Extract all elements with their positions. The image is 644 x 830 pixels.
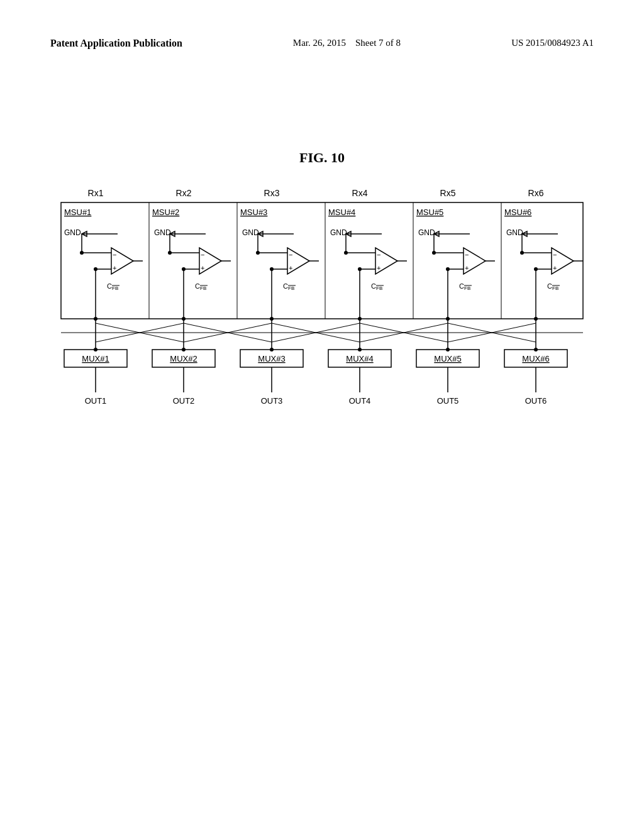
- header-date: Mar. 26, 2015: [293, 38, 346, 48]
- gnd4-label: GND: [330, 228, 347, 237]
- opamp5-dot: [432, 251, 436, 255]
- opamp4-minus: −: [377, 251, 380, 258]
- rx5-label: Rx5: [440, 188, 456, 198]
- gnd2-label: GND: [154, 228, 171, 237]
- cfb4-label: C: [371, 282, 376, 290]
- cfb4-sub: FB: [376, 285, 382, 291]
- out1-label: OUT1: [85, 396, 107, 406]
- rx2-label: Rx2: [176, 188, 192, 198]
- opamp1-plus: +: [113, 264, 116, 272]
- opamp6-minus: −: [553, 251, 557, 258]
- opamp3-minus: −: [289, 251, 292, 258]
- dot-c2-mux: [182, 348, 186, 351]
- dot-c2-top: [182, 317, 186, 321]
- mux6-label: MUX#6: [522, 354, 549, 363]
- opamp3-dot: [256, 251, 260, 255]
- opamp2-minus: −: [201, 251, 204, 258]
- rx6-label: Rx6: [528, 188, 544, 198]
- header-right: US 2015/0084923 A1: [511, 38, 594, 48]
- mux4-label: MUX#4: [346, 354, 373, 363]
- cfb5-sub: FB: [464, 285, 470, 291]
- cfb2-label: C: [195, 282, 200, 290]
- circuit-diagram: Rx1 Rx2 Rx3 Rx4 Rx5 Rx6 MSU#1 MSU#2 MSU#…: [52, 185, 592, 424]
- rx1-label: Rx1: [88, 188, 104, 198]
- msu4-label: MSU#4: [328, 208, 355, 217]
- out4-label: OUT4: [349, 396, 371, 406]
- opamp3-plus-dot: [270, 267, 274, 271]
- page: Patent Application Publication Mar. 26, …: [0, 0, 644, 830]
- opamp6-plus-dot: [534, 267, 538, 271]
- opamp5-minus: −: [465, 251, 469, 258]
- dot-c3-top: [270, 317, 274, 321]
- header-left: Patent Application Publication: [50, 38, 182, 49]
- dot-c4-mux: [358, 348, 362, 351]
- msu3-label: MSU#3: [240, 208, 267, 217]
- gnd1-label: GND: [64, 228, 81, 237]
- dot-c5-mux: [446, 348, 450, 351]
- dot-c1-top: [94, 317, 97, 321]
- fig-title: FIG. 10: [50, 150, 594, 166]
- dot-c3-mux: [270, 348, 274, 351]
- out3-label: OUT3: [261, 396, 283, 406]
- cfb3-sub: FB: [288, 285, 294, 291]
- header: Patent Application Publication Mar. 26, …: [50, 38, 594, 49]
- cfb6-label: C: [547, 282, 552, 290]
- dot-c6-top: [534, 317, 538, 321]
- opamp2-plus-dot: [182, 267, 186, 271]
- opamp4-plus: +: [377, 264, 380, 272]
- msu6-label: MSU#6: [504, 208, 531, 217]
- cfb3-label: C: [283, 282, 288, 290]
- header-center: Mar. 26, 2015 Sheet 7 of 8: [293, 38, 401, 48]
- gnd3-label: GND: [242, 228, 259, 237]
- rx3-label: Rx3: [264, 188, 280, 198]
- mux2-label: MUX#2: [170, 354, 197, 363]
- mux3-label: MUX#3: [258, 354, 285, 363]
- opamp4-plus-dot: [358, 267, 362, 271]
- dot-c6-mux: [534, 348, 538, 351]
- msu1-label: MSU#1: [64, 208, 91, 217]
- opamp1-minus: −: [113, 251, 116, 258]
- dot-c5-top: [446, 317, 450, 321]
- mux5-label: MUX#5: [434, 354, 461, 363]
- opamp2-dot: [168, 251, 172, 255]
- opamp4-dot: [344, 251, 348, 255]
- msu2-label: MSU#2: [152, 208, 179, 217]
- cfb6-sub: FB: [552, 285, 558, 291]
- out2-label: OUT2: [173, 396, 195, 406]
- gnd5-label: GND: [418, 228, 435, 237]
- dot-c4-top: [358, 317, 362, 321]
- opamp1-dot: [80, 251, 84, 255]
- rx4-label: Rx4: [352, 188, 368, 198]
- msu5-label: MSU#5: [416, 208, 443, 217]
- out6-label: OUT6: [525, 396, 547, 406]
- opamp3-plus: +: [289, 264, 292, 272]
- opamp6-plus: +: [553, 264, 557, 272]
- cfb5-label: C: [459, 282, 464, 290]
- opamp5-plus-dot: [446, 267, 450, 271]
- header-sheet: Sheet 7 of 8: [355, 38, 401, 48]
- opamp2-plus: +: [201, 264, 204, 272]
- diagram-container: Rx1 Rx2 Rx3 Rx4 Rx5 Rx6 MSU#1 MSU#2 MSU#…: [50, 185, 594, 424]
- opamp1-plus-dot: [94, 267, 97, 271]
- cfb1-sub: FB: [112, 285, 118, 291]
- cfb2-sub: FB: [200, 285, 206, 291]
- gnd6-label: GND: [506, 228, 523, 237]
- opamp6-dot: [520, 251, 524, 255]
- dot-c1-mux: [94, 348, 97, 351]
- mux1-label: MUX#1: [82, 354, 109, 363]
- cfb1-label: C: [107, 282, 112, 290]
- out5-label: OUT5: [437, 396, 459, 406]
- opamp5-plus: +: [465, 264, 469, 272]
